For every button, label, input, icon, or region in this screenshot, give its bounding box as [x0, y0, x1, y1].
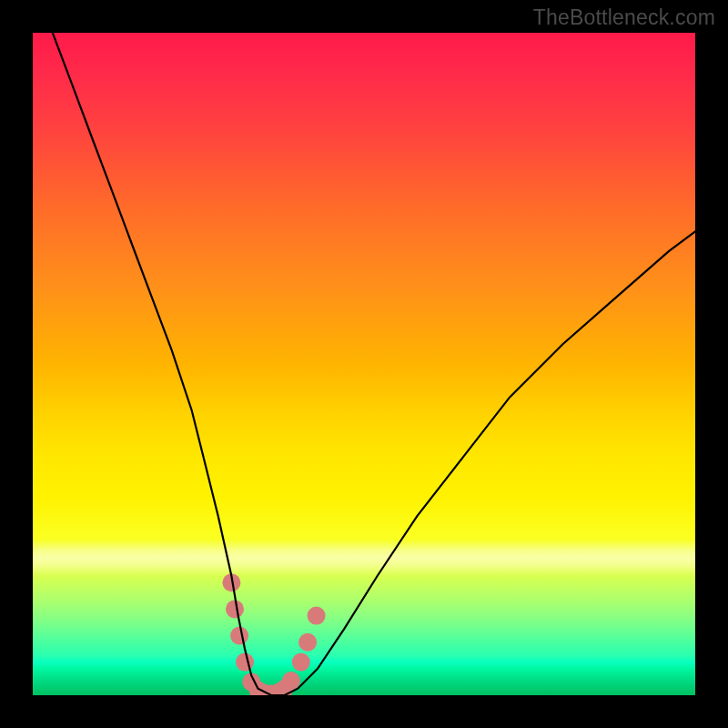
marker-dot [230, 627, 248, 645]
bottleneck-curve-line [53, 33, 695, 695]
marker-dot [308, 607, 326, 625]
curve-layer [33, 33, 695, 695]
marker-dot [236, 653, 254, 672]
marker-dot [282, 672, 300, 690]
watermark-text: TheBottleneck.com [533, 5, 715, 30]
plot-area [33, 33, 695, 695]
marker-dot [292, 653, 310, 672]
marker-dot [298, 633, 317, 652]
marker-dot [226, 600, 244, 618]
chart-frame: TheBottleneck.com [0, 0, 728, 728]
